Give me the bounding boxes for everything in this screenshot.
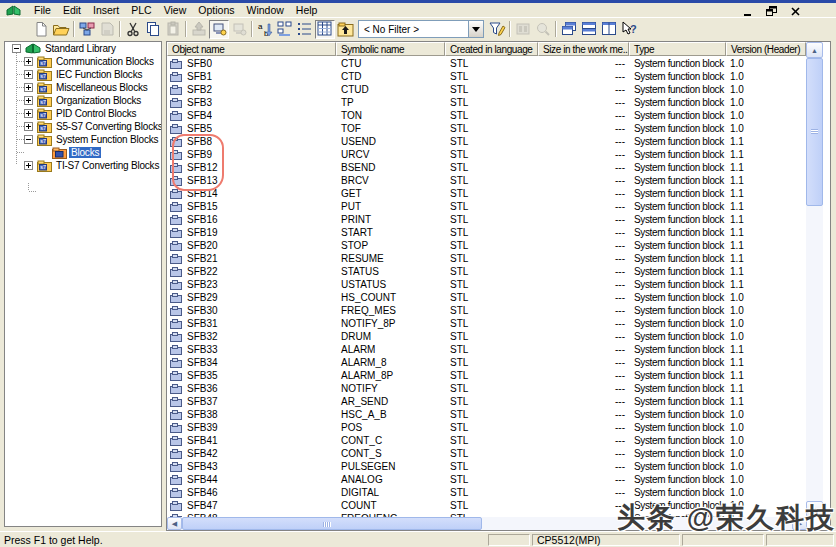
minimize-button[interactable] <box>741 5 754 16</box>
menu-file[interactable]: File <box>28 3 57 18</box>
expand-box[interactable] <box>24 70 33 79</box>
block-row-sfb15[interactable]: SFB15PUTSTL---System function block1.1 <box>167 200 807 213</box>
toolbar-tile-vertical-button[interactable] <box>599 19 619 39</box>
block-row-sfb3[interactable]: SFB3TPSTL---System function block1.0 <box>167 96 807 109</box>
tree-item-s5-s7-converting-blocks[interactable]: s7S5-S7 Converting Blocks <box>5 120 161 133</box>
column-header-object-name[interactable]: Object name <box>167 42 336 56</box>
block-row-sfb19[interactable]: SFB19STARTSTL---System function block1.1 <box>167 226 807 239</box>
block-row-sfb29[interactable]: SFB29HS_COUNTSTL---System function block… <box>167 291 807 304</box>
block-row-sfb8[interactable]: SFB8USENDSTL---System function block1.1 <box>167 135 807 148</box>
block-row-sfb16[interactable]: SFB16PRINTSTL---System function block1.1 <box>167 213 807 226</box>
toolbar-cut-button[interactable] <box>123 19 143 39</box>
block-row-sfb30[interactable]: SFB30FREQ_MESSTL---System function block… <box>167 304 807 317</box>
block-row-sfb21[interactable]: SFB21RESUMESTL---System function block1.… <box>167 252 807 265</box>
block-row-sfb9[interactable]: SFB9URCVSTL---System function block1.1 <box>167 148 807 161</box>
menu-plc[interactable]: PLC <box>125 3 157 18</box>
tree-item-iec-function-blocks[interactable]: s7IEC Function Blocks <box>5 68 161 81</box>
menu-window[interactable]: Window <box>240 3 289 18</box>
tree-item-label[interactable]: Blocks <box>69 147 101 158</box>
menu-options[interactable]: Options <box>192 3 240 18</box>
filter-dropdown-button[interactable] <box>468 20 484 38</box>
expand-box[interactable] <box>24 96 33 105</box>
block-row-sfb34[interactable]: SFB34ALARM_8STL---System function block1… <box>167 356 807 369</box>
column-header-type[interactable]: Type <box>629 42 726 56</box>
block-row-sfb32[interactable]: SFB32DRUMSTL---System function block1.0 <box>167 330 807 343</box>
vertical-scrollbar[interactable]: ▲ ▼ <box>806 42 823 517</box>
block-row-sfb5[interactable]: SFB5TOFSTL---System function block1.0 <box>167 122 807 135</box>
block-row-sfb4[interactable]: SFB4TONSTL---System function block1.0 <box>167 109 807 122</box>
menu-insert[interactable]: Insert <box>87 3 125 18</box>
tree-item-label[interactable]: Organization Blocks <box>54 95 143 106</box>
block-row-sfb33[interactable]: SFB33ALARMSTL---System function block1.1 <box>167 343 807 356</box>
expand-box[interactable] <box>24 83 33 92</box>
block-row-sfb23[interactable]: SFB23USTATUSSTL---System function block1… <box>167 278 807 291</box>
toolbar-online-status-button[interactable] <box>209 20 229 39</box>
expand-box[interactable] <box>24 109 33 118</box>
toolbar-open-folder-button[interactable] <box>51 19 71 39</box>
block-row-sfb37[interactable]: SFB37AR_SENDSTL---System function block1… <box>167 395 807 408</box>
tree-item-label[interactable]: Standard Library <box>43 43 118 54</box>
toolbar-icon-arrange-button[interactable] <box>275 19 295 39</box>
toolbar-up-one-level-button[interactable] <box>335 19 355 39</box>
tree-item-label[interactable]: PID Control Blocks <box>54 108 138 119</box>
block-row-sfb42[interactable]: SFB42CONT_SSTL---System function block1.… <box>167 447 807 460</box>
block-row-sfb0[interactable]: SFB0CTUSTL---System function block1.0 <box>167 57 807 70</box>
tree-item-label[interactable]: Miscellaneous Blocks <box>54 82 150 93</box>
expand-box[interactable] <box>24 57 33 66</box>
column-header-created-in-language[interactable]: Created in language <box>445 42 538 56</box>
restore-button[interactable] <box>765 5 778 16</box>
toolbar-context-help-button[interactable]: ? <box>619 19 639 39</box>
block-row-sfb35[interactable]: SFB35ALARM_8PSTL---System function block… <box>167 369 807 382</box>
scroll-up-button[interactable]: ▲ <box>806 42 823 58</box>
horizontal-scroll-thumb[interactable] <box>182 517 482 530</box>
toolbar-details-view-button[interactable] <box>315 20 335 39</box>
toolbar-cascade-windows-button[interactable] <box>559 19 579 39</box>
tree-item-organization-blocks[interactable]: s7Organization Blocks <box>5 94 161 107</box>
tree-item-label[interactable]: S5-S7 Converting Blocks <box>54 121 162 132</box>
menu-edit[interactable]: Edit <box>57 3 87 18</box>
block-row-sfb31[interactable]: SFB31NOTIFY_8PSTL---System function bloc… <box>167 317 807 330</box>
expand-box[interactable] <box>24 161 33 170</box>
tree-item-pid-control-blocks[interactable]: s7PID Control Blocks <box>5 107 161 120</box>
toolbar-filter-edit-button[interactable] <box>487 19 507 39</box>
tree-item-system-function-blocks[interactable]: s7System Function Blocks <box>5 133 161 146</box>
tree-item-label[interactable]: TI-S7 Converting Blocks <box>54 160 161 171</box>
block-row-sfb44[interactable]: SFB44ANALOGSTL---System function block1.… <box>167 473 807 486</box>
column-header-size-in-the-work-me-[interactable]: Size in the work me... <box>538 42 629 56</box>
block-row-sfb14[interactable]: SFB14GETSTL---System function block1.1 <box>167 187 807 200</box>
scroll-left-button[interactable]: ◀ <box>167 517 182 530</box>
block-row-sfb36[interactable]: SFB36NOTIFYSTL---System function block1.… <box>167 382 807 395</box>
close-button[interactable] <box>789 5 802 16</box>
collapse-box[interactable] <box>24 135 33 144</box>
tree-item-ti-s7-converting-blocks[interactable]: s7TI-S7 Converting Blocks <box>5 159 161 172</box>
tree-item-label[interactable]: IEC Function Blocks <box>54 69 144 80</box>
block-row-sfb46[interactable]: SFB46DIGITALSTL---System function block1… <box>167 486 807 499</box>
block-row-sfb13[interactable]: SFB13BRCVSTL---System function block1.1 <box>167 174 807 187</box>
block-row-sfb2[interactable]: SFB2CTUDSTL---System function block1.0 <box>167 83 807 96</box>
tree-item-communication-blocks[interactable]: s7Communication Blocks <box>5 55 161 68</box>
tree-item-label[interactable]: Communication Blocks <box>54 56 156 67</box>
toolbar-list-view-button[interactable] <box>295 19 315 39</box>
block-row-sfb39[interactable]: SFB39POSSTL---System function block1.0 <box>167 421 807 434</box>
block-row-sfb12[interactable]: SFB12BSENDSTL---System function block1.1 <box>167 161 807 174</box>
filter-value[interactable]: < No Filter > <box>358 20 468 38</box>
tree-item-standard-library[interactable]: Standard Library <box>5 42 161 55</box>
toolbar-accessible-nodes-button[interactable] <box>77 19 97 39</box>
toolbar-tile-horizontal-button[interactable] <box>579 19 599 39</box>
block-row-sfb41[interactable]: SFB41CONT_CSTL---System function block1.… <box>167 434 807 447</box>
block-row-sfb22[interactable]: SFB22STATUSSTL---System function block1.… <box>167 265 807 278</box>
tree-item-miscellaneous-blocks[interactable]: s7Miscellaneous Blocks <box>5 81 161 94</box>
collapse-box[interactable] <box>12 44 21 53</box>
tree-item-blocks[interactable]: Blocks <box>5 146 161 159</box>
block-row-sfb43[interactable]: SFB43PULSEGENSTL---System function block… <box>167 460 807 473</box>
toolbar-new-document-button[interactable] <box>31 19 51 39</box>
block-row-sfb38[interactable]: SFB38HSC_A_BSTL---System function block1… <box>167 408 807 421</box>
menu-view[interactable]: View <box>158 3 193 18</box>
vertical-scroll-thumb[interactable] <box>806 58 823 206</box>
block-row-sfb20[interactable]: SFB20STOPSTL---System function block1.1 <box>167 239 807 252</box>
column-header-version-header-[interactable]: Version (Header) <box>726 42 806 56</box>
column-header-symbolic-name[interactable]: Symbolic name <box>336 42 445 56</box>
expand-box[interactable] <box>24 122 33 131</box>
toolbar-copy-button[interactable] <box>143 19 163 39</box>
menu-help[interactable]: Help <box>290 3 324 18</box>
